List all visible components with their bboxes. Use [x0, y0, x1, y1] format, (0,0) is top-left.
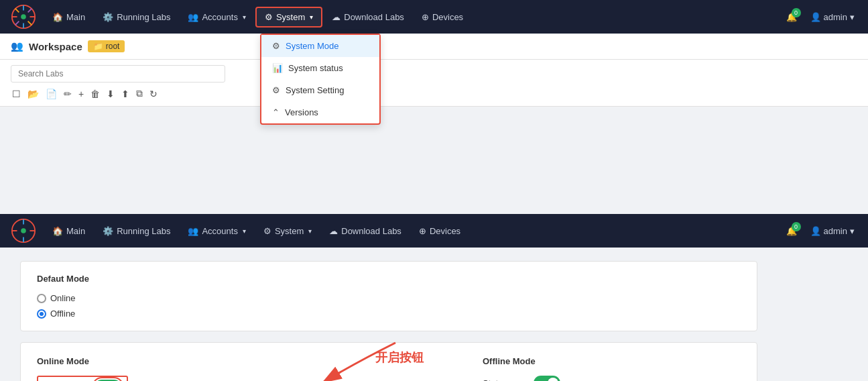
nav-right-2: 🔔 0 👤 admin ▾: [784, 223, 860, 239]
home-icon-2: 🏠: [52, 226, 63, 236]
nav-devices-label: Devices: [432, 12, 463, 22]
nav-accounts-label: Accounts: [202, 12, 237, 22]
offline-status-toggle[interactable]: [534, 376, 560, 381]
breadcrumb-folder[interactable]: 📁 root: [88, 40, 125, 52]
versions-icon: ⌃: [272, 107, 280, 117]
nav2-accounts-label: Accounts: [202, 226, 237, 236]
system-status-label: System status: [288, 63, 343, 73]
running-icon-2: ⚙️: [103, 226, 113, 236]
system-mode-label: System Mode: [286, 41, 338, 51]
second-navbar: 🏠 Main ⚙️ Running Labs 👥 Accounts ▾ ⚙ Sy…: [0, 214, 868, 248]
export-icon[interactable]: ⬆: [120, 87, 131, 101]
search-toolbar: ☐ 📂 📄 ✏ + 🗑 ⬇ ⬆ ⧉ ↻: [0, 60, 868, 107]
top-navbar: 🏠 Main ⚙️ Running Labs 👥 Accounts ▾ ⚙ Sy…: [0, 0, 868, 34]
nav-devices[interactable]: ⊕ Devices: [414, 8, 471, 26]
brand-logo[interactable]: [8, 3, 39, 30]
checkbox-icon[interactable]: ☐: [11, 87, 22, 101]
system-dropdown: ⚙ System Mode 📊 System status ⚙ System S…: [260, 34, 381, 125]
admin-arrow-icon: ▾: [850, 12, 855, 22]
nav2-system[interactable]: ⚙ System ▾: [255, 222, 320, 240]
default-mode-title: Defaut Mode: [37, 274, 741, 284]
nav-items-2: 🏠 Main ⚙️ Running Labs 👥 Accounts ▾ ⚙ Sy…: [44, 222, 784, 240]
admin-arrow-icon-2: ▾: [850, 226, 855, 236]
add-icon[interactable]: +: [77, 87, 85, 101]
nav2-main-label: Main: [66, 226, 85, 236]
arrow-annotation-area: 开启按钮: [322, 356, 456, 381]
search-input[interactable]: [11, 65, 225, 83]
devices-icon-2: ⊕: [419, 226, 426, 236]
offline-status-label: Status: [483, 378, 523, 382]
nav-main[interactable]: 🏠 Main: [44, 8, 93, 26]
notification-button[interactable]: 🔔 0: [784, 9, 800, 25]
user-icon-2: 👤: [810, 226, 821, 236]
system-arrow-icon: ▾: [310, 13, 313, 21]
system-mode-icon: ⚙: [272, 41, 280, 51]
nav-system-label: System: [276, 12, 305, 22]
radio-online[interactable]: Online: [37, 293, 741, 303]
download-icon: ☁: [332, 12, 340, 22]
toolbar-icons: ☐ 📂 📄 ✏ + 🗑 ⬇ ⬆ ⧉ ↻: [11, 87, 857, 101]
nav2-download-labs[interactable]: ☁ Download Labs: [321, 222, 410, 240]
nav-download-labs-label: Download Labs: [344, 12, 404, 22]
nav2-running-labs[interactable]: ⚙️ Running Labs: [95, 222, 178, 240]
accounts-arrow-icon-2: ▾: [243, 227, 246, 235]
system-gear-icon: ⚙: [265, 12, 273, 22]
nav2-devices[interactable]: ⊕ Devices: [411, 222, 469, 240]
nav-system[interactable]: ⚙ System ▾: [255, 7, 322, 28]
devices-icon: ⊕: [422, 12, 429, 22]
nav-running-labs-label: Running Labs: [117, 12, 170, 22]
offline-status-field: Status :: [483, 376, 741, 381]
offline-mode-title: Offline Mode: [483, 356, 741, 366]
radio-online-label: Online: [50, 293, 76, 303]
accounts-arrow-icon: ▾: [243, 13, 246, 21]
main-content: Defaut Mode Online Offline Online Mode: [0, 248, 868, 381]
nav-download-labs[interactable]: ☁ Download Labs: [324, 8, 412, 26]
system-arrow-icon-2: ▾: [308, 227, 312, 235]
nav-items: 🏠 Main ⚙️ Running Labs 👥 Accounts ▾ ⚙ Sy…: [44, 7, 784, 28]
notif-badge: 0: [792, 8, 801, 17]
dropdown-system-mode[interactable]: ⚙ System Mode: [261, 35, 379, 57]
nav2-main[interactable]: 🏠 Main: [44, 222, 93, 240]
dropdown-system-status[interactable]: 📊 System status: [261, 57, 379, 79]
svg-point-11: [21, 228, 26, 233]
dropdown-versions[interactable]: ⌃ Versions: [261, 101, 379, 123]
admin-menu-2[interactable]: 👤 admin ▾: [805, 223, 860, 239]
nav-main-label: Main: [66, 12, 85, 22]
admin-label-2: admin: [824, 226, 847, 236]
nav2-devices-label: Devices: [430, 226, 460, 236]
file-icon[interactable]: 📄: [44, 87, 58, 101]
offline-mode-section: Offline Mode Status : Captcha : Keep Ali…: [483, 356, 741, 381]
accounts-icon-2: 👥: [188, 226, 198, 236]
radio-offline[interactable]: Offline: [37, 309, 741, 319]
dropdown-system-setting[interactable]: ⚙ System Setting: [261, 79, 379, 101]
nav-accounts[interactable]: 👥 Accounts ▾: [180, 8, 253, 26]
svg-line-8: [28, 9, 32, 13]
home-icon: 🏠: [52, 12, 63, 22]
nav2-download-labs-label: Download Labs: [341, 226, 401, 236]
delete-icon[interactable]: 🗑: [89, 87, 101, 101]
brand-logo-2[interactable]: [8, 217, 39, 244]
default-mode-card: Defaut Mode Online Offline: [20, 261, 757, 331]
user-icon: 👤: [810, 12, 821, 22]
refresh-icon[interactable]: ↻: [148, 87, 159, 101]
copy-icon[interactable]: ⧉: [135, 87, 144, 101]
nav2-accounts[interactable]: 👥 Accounts ▾: [180, 222, 253, 240]
offline-status-sep: :: [527, 378, 530, 382]
nav2-system-label: System: [275, 226, 304, 236]
edit-icon[interactable]: ✏: [62, 87, 73, 101]
folder-open-icon[interactable]: 📂: [26, 87, 40, 101]
online-status-field: Status :: [37, 376, 295, 381]
running-labs-icon: ⚙️: [103, 12, 113, 22]
folder-icon: 📁: [93, 42, 103, 51]
workspace-label: Workspace: [29, 41, 82, 52]
admin-menu[interactable]: 👤 admin ▾: [805, 9, 860, 25]
nav-running-labs[interactable]: ⚙️ Running Labs: [95, 8, 178, 26]
chart-icon: 📊: [272, 63, 283, 73]
import-icon[interactable]: ⬇: [105, 87, 116, 101]
online-mode-section: Online Mode Status : Owner : Duke: [37, 356, 295, 381]
online-status-row-highlighted: Status :: [37, 376, 128, 381]
radio-offline-circle: [37, 309, 46, 319]
notification-button-2[interactable]: 🔔 0: [784, 223, 800, 239]
download-icon-2: ☁: [329, 226, 338, 236]
svg-line-9: [15, 21, 19, 25]
